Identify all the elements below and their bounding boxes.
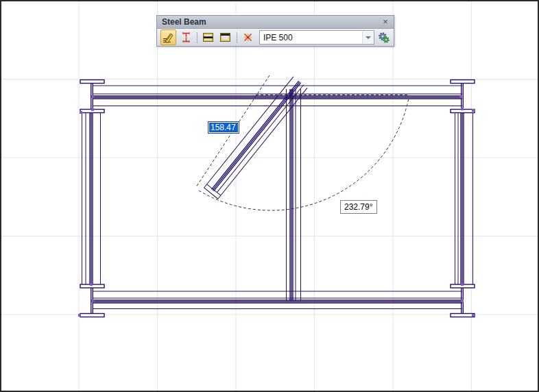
profile-combo-value: IPE 500 — [260, 33, 362, 42]
anchor-point-tool-button[interactable] — [240, 29, 256, 45]
ref-line-center-icon — [202, 32, 214, 43]
draw-beam-tool-button[interactable] — [160, 29, 176, 45]
beam-profile-tool-button[interactable] — [178, 29, 193, 45]
column-left[interactable] — [82, 112, 101, 284]
palette-title: Steel Beam — [162, 17, 206, 27]
toolbar-separator — [197, 32, 197, 43]
close-icon[interactable]: × — [380, 16, 391, 28]
beam-bottom[interactable] — [93, 291, 462, 309]
ref-line-top-icon — [219, 32, 231, 43]
cad-window: Steel Beam × — [0, 0, 539, 392]
anchor-point-icon — [242, 32, 254, 43]
drawing-canvas[interactable] — [1, 1, 538, 391]
draw-beam-icon — [163, 32, 174, 43]
beam-profile-icon — [180, 32, 192, 43]
length-input-box — [208, 121, 239, 134]
length-input[interactable] — [209, 123, 238, 132]
angle-label: 232.79° — [340, 200, 377, 214]
beam-top[interactable] — [93, 86, 462, 106]
settings-button[interactable] — [377, 30, 391, 45]
toolbar-separator — [237, 32, 237, 43]
dropdown-arrow-icon[interactable] — [362, 32, 374, 43]
angle-arc — [199, 98, 409, 210]
palette-toolbar: IPE 500 — [157, 29, 394, 46]
ref-line-top-tool-button[interactable] — [217, 29, 233, 45]
column-middle[interactable] — [287, 89, 301, 301]
steel-beam-palette: Steel Beam × — [156, 15, 394, 47]
profile-combo[interactable]: IPE 500 — [259, 30, 374, 45]
selection-handles[interactable] — [78, 95, 475, 317]
palette-title-bar[interactable]: Steel Beam × — [157, 16, 394, 29]
gears-icon — [378, 32, 390, 44]
ref-line-center-tool-button[interactable] — [200, 29, 216, 45]
column-right[interactable] — [455, 112, 473, 284]
